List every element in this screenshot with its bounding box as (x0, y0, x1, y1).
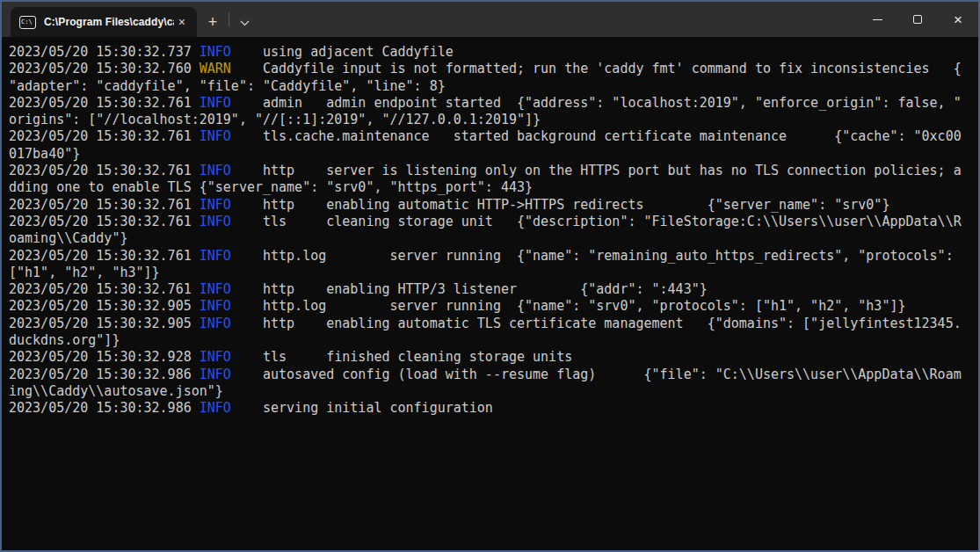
log-line: 2023/05/20 15:30:32.761 INFO http enabli… (9, 281, 978, 298)
terminal-icon: C:\ (19, 16, 36, 29)
log-line: origins": ["//localhost:2019", "//[::1]:… (9, 112, 978, 128)
minimize-button[interactable] (857, 2, 897, 37)
maximize-icon (913, 15, 922, 24)
terminal-icon-glyph: C:\ (20, 17, 33, 25)
new-tab-button[interactable]: + (197, 7, 229, 37)
tab-close-icon[interactable]: × (174, 14, 190, 30)
minimize-icon (873, 19, 882, 20)
log-line: 2023/05/20 15:30:32.761 INFO admin admin… (9, 95, 978, 112)
maximize-button[interactable] (897, 2, 938, 37)
log-line: 017ba40"} (9, 146, 978, 163)
log-line: 2023/05/20 15:30:32.760 WARN Caddyfile i… (9, 61, 978, 77)
log-line: "adapter": "caddyfile", "file": "Caddyfi… (9, 78, 978, 95)
terminal-output: 2023/05/20 15:30:32.737 INFO using adjac… (9, 44, 978, 418)
log-line: 2023/05/20 15:30:32.761 INFO tls.cache.m… (9, 128, 978, 145)
close-button[interactable]: × (938, 2, 978, 37)
log-line: 2023/05/20 15:30:32.737 INFO using adjac… (9, 44, 978, 61)
terminal-window: C:\ C:\Program Files\caddy\caddy × + × 2… (0, 0, 980, 552)
chevron-down-icon (240, 14, 250, 30)
log-line: 2023/05/20 15:30:32.986 INFO serving ini… (9, 400, 978, 417)
log-line: ing\\Caddy\\autosave.json"} (9, 383, 978, 400)
log-line: ["h1", "h2", "h3"]} (9, 265, 978, 281)
terminal-viewport[interactable]: 2023/05/20 15:30:32.737 INFO using adjac… (2, 37, 978, 550)
log-line: 2023/05/20 15:30:32.761 INFO http enabli… (9, 197, 978, 214)
log-line: 2023/05/20 15:30:32.761 INFO tls cleanin… (9, 214, 978, 230)
log-line: 2023/05/20 15:30:32.761 INFO http.log se… (9, 248, 978, 265)
tab-dropdown-button[interactable] (229, 7, 259, 37)
log-line: 2023/05/20 15:30:32.928 INFO tls finishe… (9, 349, 978, 366)
close-icon: × (954, 12, 962, 27)
tab-active[interactable]: C:\ C:\Program Files\caddy\caddy × (11, 7, 197, 37)
tab-title: C:\Program Files\caddy\caddy (44, 16, 174, 28)
log-line: dding one to enable TLS {"server_name": … (9, 179, 978, 196)
log-line: duckdns.org"]} (9, 332, 978, 349)
log-line: oaming\\Caddy"} (9, 230, 978, 247)
log-line: 2023/05/20 15:30:32.986 INFO autosaved c… (9, 367, 978, 383)
log-line: 2023/05/20 15:30:32.905 INFO http enabli… (9, 316, 978, 332)
titlebar[interactable]: C:\ C:\Program Files\caddy\caddy × + × (2, 2, 978, 37)
log-line: 2023/05/20 15:30:32.905 INFO http.log se… (9, 298, 978, 315)
log-line: 2023/05/20 15:30:32.761 INFO http server… (9, 163, 978, 179)
